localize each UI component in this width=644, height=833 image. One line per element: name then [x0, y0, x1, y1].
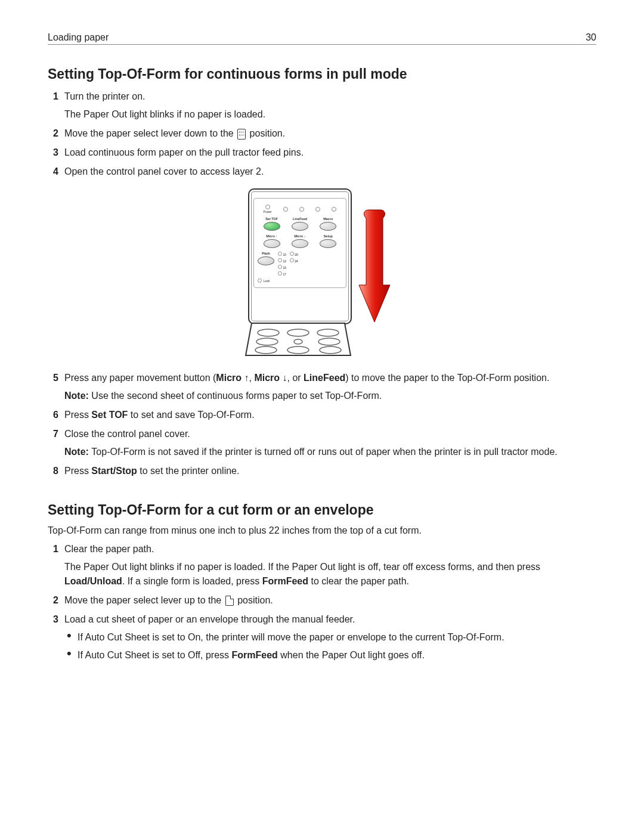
note-label: Note:	[64, 447, 91, 457]
l2b: Load/Unload	[64, 576, 122, 586]
note-label: Note:	[64, 391, 91, 401]
post: to set and save Top‑Of‑Form.	[128, 410, 254, 420]
pitch-10: 10	[283, 253, 286, 256]
step-number: 2	[48, 126, 58, 141]
led-icon	[283, 207, 288, 212]
post: position.	[235, 595, 273, 605]
step-subtext: The Paper Out light blinks if no paper i…	[64, 107, 596, 122]
control-panel-diagram: Power Set TOF LineFeed Macro Micro ↑ Mic…	[244, 188, 400, 357]
step-number: 7	[48, 427, 58, 459]
linefeed-button-icon	[292, 222, 308, 231]
header-left: Loading paper	[48, 32, 109, 43]
linefeed-label: LineFeed	[293, 217, 307, 221]
lock-label: Lock	[264, 279, 270, 283]
step-2: 2 Move the paper select lever down to th…	[48, 126, 596, 141]
step-text: Close the control panel cover.	[64, 429, 190, 439]
micro-down-label: Micro ↓	[295, 234, 306, 238]
tray-svg-icon	[244, 322, 352, 357]
b1a: If Auto Cut Sheet is set to On, the prin…	[78, 632, 504, 642]
step-number: 1	[48, 89, 58, 122]
b3: LineFeed	[304, 373, 345, 383]
pitch-20: 20	[295, 253, 298, 256]
b2b: FormFeed	[232, 650, 278, 660]
led-icon	[315, 207, 320, 212]
note-text: Use the second sheet of continuous forms…	[91, 391, 382, 401]
pitch-led-icon	[290, 258, 294, 262]
step-number: 3	[48, 612, 58, 666]
bullet-list: If Auto Cut Sheet is set to On, the prin…	[64, 630, 596, 662]
step-number: 3	[48, 145, 58, 160]
micro-up-button-icon	[264, 239, 280, 248]
step-number: 2	[48, 593, 58, 608]
section2-steps: 1 Clear the paper path. The Paper Out li…	[48, 542, 596, 666]
b1: Micro	[216, 373, 244, 383]
bullet-2: If Auto Cut Sheet is set to Off, press F…	[78, 648, 596, 662]
pitch-12: 12	[283, 259, 286, 263]
set-tof-label: Set TOF	[265, 217, 278, 221]
post: to set the printer online.	[137, 466, 240, 476]
pitch-17: 17	[283, 272, 286, 276]
l2c: . If a single form is loaded, press	[122, 576, 262, 586]
lock-led-icon	[258, 278, 262, 283]
step-number: 6	[48, 408, 58, 422]
running-header: Loading paper 30	[48, 32, 596, 45]
section2-heading: Setting Top‑Of‑Form for a cut form or an…	[48, 502, 596, 518]
led-icon	[299, 207, 304, 212]
l2a: The Paper Out light blinks if no paper i…	[64, 562, 540, 572]
button-row-1: Set TOF LineFeed Macro	[258, 217, 342, 231]
b2: Micro	[254, 373, 282, 383]
note-text: Top‑Of‑Form is not saved if the printer …	[91, 447, 557, 457]
pitch-led-icon	[278, 265, 282, 269]
pre: Move the paper select lever up to the	[64, 595, 224, 605]
down-arrow-icon	[358, 206, 391, 326]
s2-step-1: 1 Clear the paper path. The Paper Out li…	[48, 542, 596, 589]
pitch-button-icon	[258, 256, 274, 265]
t4: ) to move the paper to the Top‑Of‑Form p…	[345, 373, 549, 383]
section1-steps: 1 Turn the printer on. The Paper Out lig…	[48, 89, 596, 179]
panel-inner-face: Power Set TOF LineFeed Macro Micro ↑ Mic…	[253, 198, 346, 288]
pitch-15: 15	[283, 266, 286, 270]
led-row: Power	[258, 205, 342, 213]
step-text-pre: Move the paper select lever down to the	[64, 128, 236, 138]
step-3: 3 Load continuous form paper on the pull…	[48, 145, 596, 160]
micro-down-button-icon	[292, 239, 308, 248]
macro-label: Macro	[323, 217, 333, 221]
l2e: to clear the paper path.	[308, 576, 409, 586]
step-number: 1	[48, 542, 58, 589]
macro-button-icon	[320, 222, 336, 231]
lock-row: Lock	[258, 278, 342, 283]
pitch-led-icon	[290, 252, 294, 256]
setup-label: Setup	[324, 234, 333, 238]
power-label: Power	[264, 210, 272, 213]
pitch-led-icon	[278, 252, 282, 256]
pre: Press	[64, 410, 91, 420]
cut-sheet-icon	[225, 596, 234, 606]
micro-up-label: Micro ↑	[266, 234, 277, 238]
step-number: 4	[48, 165, 58, 179]
step-text: Open the control panel cover to access l…	[64, 165, 596, 179]
step-number: 5	[48, 371, 58, 403]
s2-step-3: 3 Load a cut sheet of paper or an envelo…	[48, 612, 596, 666]
section2-intro: Top‑Of‑Form can range from minus one inc…	[48, 525, 596, 536]
continuous-forms-icon	[237, 129, 246, 140]
pre: Press	[64, 466, 91, 476]
led-icon	[332, 207, 336, 212]
button-row-2: Micro ↑ Micro ↓ Setup	[258, 234, 342, 248]
bullet-1: If Auto Cut Sheet is set to On, the prin…	[78, 630, 596, 645]
bold: Start/Stop	[91, 466, 137, 476]
bold: Set TOF	[91, 410, 128, 420]
pitch-label: Pitch	[262, 252, 270, 255]
b2a: If Auto Cut Sheet is set to Off, press	[78, 650, 232, 660]
step-text-post: position.	[247, 128, 285, 138]
page-number: 30	[586, 32, 596, 43]
step-4: 4 Open the control panel cover to access…	[48, 165, 596, 179]
step-text: Load continuous form paper on the pull t…	[64, 145, 596, 160]
panel-tray	[244, 322, 352, 357]
t3: , or	[287, 373, 304, 383]
step-8: 8 Press Start/Stop to set the printer on…	[48, 464, 596, 478]
section1-heading: Setting Top‑Of‑Form for continuous forms…	[48, 66, 596, 82]
step-text: Turn the printer on.	[64, 91, 145, 101]
l2d: FormFeed	[262, 576, 308, 586]
set-tof-button-icon	[264, 222, 280, 231]
power-led-icon	[265, 205, 270, 209]
